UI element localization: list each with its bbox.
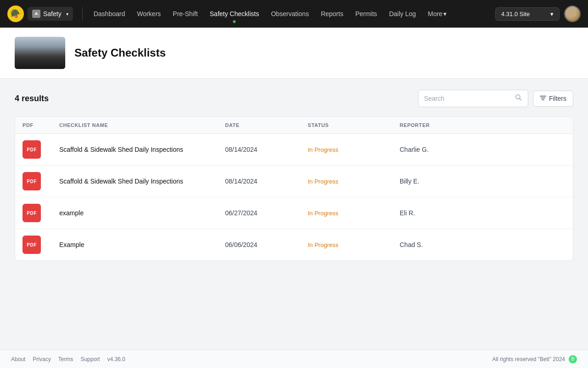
nav-permits[interactable]: Permits — [350, 6, 382, 21]
pdf-badge[interactable]: PDF — [23, 204, 41, 222]
user-avatar[interactable] — [564, 6, 581, 22]
svg-line-2 — [520, 98, 521, 100]
footer-about[interactable]: About — [11, 356, 25, 362]
col-status: Status — [308, 122, 400, 128]
checklist-name-cell: example — [59, 209, 225, 217]
nav-safety-checklists[interactable]: Safety Checklists — [204, 6, 265, 21]
reporter-cell: Chad S. — [400, 241, 565, 248]
helmet-icon: 🪖 — [11, 9, 21, 19]
pdf-cell: PDF — [23, 236, 59, 254]
status-badge: In Progress — [308, 146, 338, 153]
results-table: PDF Checklist Name Date Status Reporter … — [15, 116, 573, 261]
reporter-cell: Charlie G. — [400, 146, 565, 153]
date-cell: 08/14/2024 — [225, 146, 308, 153]
app-selector-label: Safety — [43, 10, 62, 17]
safety-app-icon — [32, 10, 40, 18]
content-area: 4 results Fi — [0, 79, 588, 272]
app-selector[interactable]: Safety ▾ — [28, 7, 73, 21]
table-row[interactable]: PDF Scaffold & Sidewalk Shed Daily Inspe… — [15, 134, 573, 166]
chevron-down-icon: ▾ — [66, 12, 68, 17]
filters-icon — [540, 95, 546, 103]
pdf-cell: PDF — [23, 172, 59, 190]
site-selector[interactable]: 4.31.0 Site ▾ — [495, 7, 560, 21]
footer-privacy[interactable]: Privacy — [33, 356, 51, 362]
search-icon — [515, 94, 522, 103]
pdf-cell: PDF — [23, 204, 59, 222]
nav-workers[interactable]: Workers — [131, 6, 166, 21]
footer-version: v4.36.0 — [107, 356, 125, 362]
footer-links: About Privacy Terms Support v4.36.0 — [11, 356, 125, 362]
status-cell: In Progress — [308, 209, 400, 217]
reporter-cell: Billy E. — [400, 178, 565, 185]
nav-pre-shift[interactable]: Pre-Shift — [167, 6, 203, 21]
status-cell: In Progress — [308, 241, 400, 249]
status-badge: In Progress — [308, 242, 338, 248]
navbar: 🪖 Safety ▾ Dashboard Workers Pre-Shift S… — [0, 0, 588, 28]
page-header: Safety Checklists — [0, 28, 588, 79]
beti-icon: B — [569, 355, 577, 363]
pdf-cell: PDF — [23, 140, 59, 159]
site-selector-chevron: ▾ — [550, 11, 554, 17]
footer-copyright: All rights reserved "Beti" 2024 — [492, 356, 565, 362]
nav-divider — [82, 7, 83, 21]
filters-button[interactable]: Filters — [533, 91, 573, 107]
nav-daily-log[interactable]: Daily Log — [384, 6, 421, 21]
table-row[interactable]: PDF example 06/27/2024 In Progress Eli R… — [15, 197, 573, 229]
nav-observations[interactable]: Observations — [266, 6, 314, 21]
navbar-right: 4.31.0 Site ▾ — [495, 6, 581, 22]
footer: About Privacy Terms Support v4.36.0 All … — [0, 350, 588, 368]
footer-support[interactable]: Support — [80, 356, 100, 362]
status-cell: In Progress — [308, 145, 400, 154]
status-badge: In Progress — [308, 178, 338, 185]
more-chevron-icon: ▾ — [443, 10, 447, 17]
table-header: PDF Checklist Name Date Status Reporter — [15, 117, 573, 134]
search-box[interactable] — [418, 90, 528, 107]
filters-label: Filters — [549, 95, 566, 102]
pdf-badge[interactable]: PDF — [23, 236, 41, 254]
nav-dashboard[interactable]: Dashboard — [88, 6, 131, 21]
footer-terms[interactable]: Terms — [58, 356, 74, 362]
status-cell: In Progress — [308, 177, 400, 185]
footer-right: All rights reserved "Beti" 2024 B — [492, 355, 577, 363]
checklist-name-cell: Scaffold & Sidewalk Shed Daily Inspectio… — [59, 178, 225, 185]
app-logo[interactable]: 🪖 — [7, 6, 24, 22]
nav-links: Dashboard Workers Pre-Shift Safety Check… — [88, 6, 492, 21]
date-cell: 06/27/2024 — [225, 209, 308, 217]
page-title: Safety Checklists — [74, 46, 166, 59]
date-cell: 08/14/2024 — [225, 178, 308, 185]
page-thumbnail — [15, 37, 65, 69]
toolbar: 4 results Fi — [15, 90, 573, 107]
reporter-cell: Eli R. — [400, 209, 565, 217]
col-date: Date — [225, 122, 308, 128]
table-row[interactable]: PDF Scaffold & Sidewalk Shed Daily Inspe… — [15, 166, 573, 197]
col-pdf: PDF — [23, 122, 59, 128]
thumbnail-image — [15, 37, 65, 69]
col-reporter: Reporter — [400, 122, 565, 128]
search-input[interactable] — [424, 95, 511, 102]
nav-more[interactable]: More ▾ — [422, 6, 452, 21]
site-selector-label: 4.31.0 Site — [501, 11, 530, 17]
avatar-image — [565, 6, 580, 21]
checklist-name-cell: Scaffold & Sidewalk Shed Daily Inspectio… — [59, 146, 225, 153]
date-cell: 06/06/2024 — [225, 241, 308, 248]
pdf-badge[interactable]: PDF — [23, 172, 41, 190]
results-count: 4 results — [15, 94, 49, 104]
nav-reports[interactable]: Reports — [315, 6, 349, 21]
table-row[interactable]: PDF Example 06/06/2024 In Progress Chad … — [15, 229, 573, 260]
toolbar-right: Filters — [418, 90, 573, 107]
checklist-name-cell: Example — [59, 241, 225, 248]
status-badge: In Progress — [308, 210, 338, 217]
pdf-badge[interactable]: PDF — [23, 140, 41, 159]
col-checklist-name: Checklist Name — [59, 122, 225, 128]
